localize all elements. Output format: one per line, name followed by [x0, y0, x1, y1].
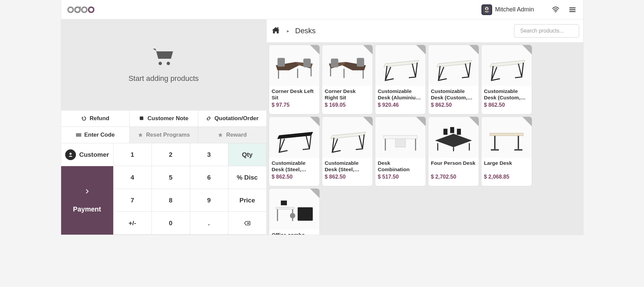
search-box[interactable]: [514, 24, 579, 38]
mode-qty[interactable]: Qty: [228, 143, 267, 166]
search-input[interactable]: [520, 28, 588, 34]
svg-point-8: [487, 8, 489, 9]
numpad-dot[interactable]: .: [190, 212, 228, 235]
actions-row-2: Enter Code Reset Programs Reward: [61, 127, 266, 143]
numpad-6[interactable]: 6: [190, 166, 228, 189]
product-card[interactable]: iCorner Desk Left Sit$ 97.75: [269, 45, 320, 114]
info-corner[interactable]: i: [469, 45, 479, 54]
svg-point-2: [82, 7, 87, 12]
numpad-4[interactable]: 4: [114, 166, 152, 189]
user-chip[interactable]: Mitchell Admin: [481, 4, 534, 15]
svg-point-7: [485, 8, 486, 9]
info-icon: i: [476, 54, 477, 59]
actions-row-1: Refund Customer Note Quotation/Order: [61, 110, 266, 127]
empty-cart-area: Start adding products: [61, 19, 266, 110]
avatar: [481, 4, 492, 15]
menu-icon[interactable]: [568, 6, 577, 13]
info-corner[interactable]: i: [363, 45, 373, 54]
product-price: $ 862.50: [428, 101, 479, 111]
info-corner[interactable]: i: [469, 117, 479, 126]
reward-button: Reward: [198, 127, 266, 143]
reset-programs-label: Reset Programs: [146, 132, 190, 138]
reward-label: Reward: [226, 132, 247, 138]
numpad-2[interactable]: 2: [152, 143, 190, 166]
info-corner[interactable]: i: [310, 117, 319, 126]
info-corner[interactable]: i: [363, 117, 373, 126]
product-name: Customizable Desk (Aluminium, Black): [375, 86, 426, 101]
mode-disc[interactable]: % Disc: [228, 166, 267, 189]
enter-code-label: Enter Code: [84, 132, 115, 138]
enter-code-button[interactable]: Enter Code: [61, 127, 130, 143]
quotation-button[interactable]: Quotation/Order: [198, 110, 266, 127]
product-name: Corner Desk Left Sit: [269, 86, 319, 101]
info-corner[interactable]: i: [522, 45, 532, 54]
payment-label: Payment: [73, 205, 101, 213]
note-icon: [139, 115, 145, 122]
svg-point-1: [75, 7, 80, 12]
product-grid: iCorner Desk Left Sit$ 97.75iCorner Desk…: [269, 45, 581, 235]
home-icon[interactable]: [271, 26, 281, 36]
product-price: $ 920.46: [375, 101, 426, 111]
refund-icon: [81, 115, 87, 122]
product-name: Customizable Desk (Custom, Black): [481, 86, 532, 101]
info-corner[interactable]: i: [522, 117, 532, 126]
info-corner[interactable]: i: [310, 45, 319, 54]
quotation-label: Quotation/Order: [214, 115, 258, 122]
product-name: Large Desk: [481, 158, 532, 173]
numpad-backspace[interactable]: [228, 212, 267, 235]
link-icon: [206, 115, 212, 122]
product-price: $ 862.50: [481, 101, 532, 111]
user-name: Mitchell Admin: [495, 6, 534, 13]
svg-point-0: [68, 7, 73, 12]
app-frame: Mitchell Admin Start adding products: [61, 0, 584, 235]
order-panel: Start adding products Refund Customer No…: [61, 19, 267, 235]
mode-price[interactable]: Price: [228, 189, 267, 212]
refund-button[interactable]: Refund: [61, 110, 130, 127]
numpad-7[interactable]: 7: [114, 189, 152, 212]
numpad-plusminus[interactable]: +/-: [114, 212, 152, 235]
product-card[interactable]: iCustomizable Desk (Aluminium, Black)$ 9…: [375, 45, 426, 114]
numpad-3[interactable]: 3: [190, 143, 228, 166]
brand-logo: [67, 4, 101, 15]
product-card[interactable]: iCustomizable Desk (Custom, Black)$ 862.…: [481, 45, 532, 114]
star-icon: [217, 132, 223, 138]
refund-label: Refund: [90, 115, 110, 122]
product-card[interactable]: iOffice combo$ 160.00: [269, 188, 320, 235]
product-name: Customizable Desk (Custom, White): [428, 86, 479, 101]
svg-point-9: [555, 11, 556, 12]
product-card[interactable]: iCustomizable Desk (Custom, White)$ 862.…: [428, 45, 479, 114]
numpad-5[interactable]: 5: [152, 166, 190, 189]
product-card[interactable]: iFour Person Desk$ 2,702.50: [428, 116, 479, 186]
info-icon: i: [476, 126, 477, 131]
product-price: $ 169.05: [322, 101, 373, 111]
wifi-icon[interactable]: [551, 6, 560, 13]
product-card[interactable]: iCustomizable Desk (Steel, White)$ 862.5…: [322, 116, 373, 186]
payment-button[interactable]: Payment: [61, 166, 114, 235]
info-icon: i: [317, 54, 318, 59]
product-card[interactable]: iCustomizable Desk (Steel, Black)$ 862.5…: [269, 116, 320, 186]
numpad-0[interactable]: 0: [152, 212, 190, 235]
info-corner[interactable]: i: [416, 117, 426, 126]
svg-point-11: [167, 62, 170, 65]
numpad-9[interactable]: 9: [190, 189, 228, 212]
info-icon: i: [370, 54, 371, 59]
reset-programs-button: Reset Programs: [130, 127, 198, 143]
breadcrumb-category[interactable]: Desks: [295, 27, 316, 35]
customer-button[interactable]: Customer: [61, 143, 114, 166]
info-corner[interactable]: i: [416, 45, 426, 54]
product-price: $ 97.75: [269, 101, 319, 111]
chevron-right-icon: [84, 188, 90, 196]
numpad-8[interactable]: 8: [152, 189, 190, 212]
product-card[interactable]: iCorner Desk Right Sit$ 169.05: [322, 45, 373, 114]
backspace-icon: [244, 220, 251, 227]
star-icon: [137, 132, 143, 138]
numpad-1[interactable]: 1: [114, 143, 152, 166]
product-card[interactable]: iLarge Desk$ 2,068.85: [481, 116, 532, 186]
breadcrumb-sep: ▸: [287, 28, 289, 34]
info-corner[interactable]: i: [310, 189, 319, 198]
product-price: $ 862.50: [269, 173, 319, 183]
cart-icon: [152, 47, 176, 68]
product-card[interactable]: iDesk Combination$ 517.50: [375, 116, 426, 186]
svg-point-3: [88, 7, 93, 12]
customer-note-button[interactable]: Customer Note: [130, 110, 198, 127]
